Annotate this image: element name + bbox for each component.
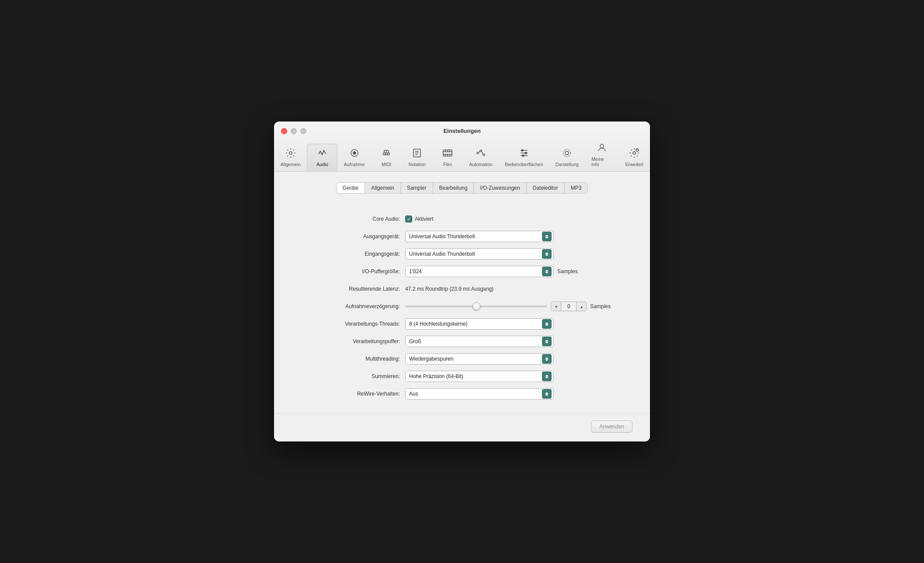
svg-point-32	[525, 152, 527, 154]
puffergroesse-label: I/O-Puffergröße:	[313, 268, 405, 275]
latenz-value: 47.2 ms Roundtrip (23.9 ms Ausgang)	[405, 286, 493, 292]
puffer-row: Verarbeitungspuffer: Groß	[313, 335, 611, 348]
arrow-up-icon	[545, 375, 549, 376]
threads-row: Verarbeitungs-Threads: 8 (4 Hochleistung…	[313, 318, 611, 330]
tab-erweitert[interactable]: Erweitert	[619, 144, 650, 171]
ausgangsgeraet-select[interactable]: Universal Audio Thunderbolt	[405, 231, 554, 242]
tab-midi[interactable]: MIDI	[371, 144, 402, 171]
puffer-select[interactable]: Groß	[405, 336, 554, 347]
aufnahmeverspaetung-control: ▾ 0 ▴ Samples	[405, 302, 611, 311]
core-audio-label: Core Audio:	[313, 216, 405, 222]
tab-audio[interactable]: Audio	[307, 144, 337, 171]
multithreading-label: Multithreading:	[313, 356, 405, 362]
subtab-iozuweisungen[interactable]: I/O-Zuweisungen	[474, 183, 526, 193]
svg-point-35	[563, 149, 570, 156]
core-audio-checkbox-container: ✓ Aktiviert	[405, 215, 434, 222]
threads-control: 8 (4 Hochleistungskerne)	[405, 318, 611, 330]
arrow-down-icon	[545, 359, 549, 361]
multithreading-arrow	[542, 354, 552, 364]
subtab-bearbeitung[interactable]: Bearbeitung	[433, 183, 474, 193]
eingangsgeraet-value: Universal Audio Thunderbolt	[409, 251, 475, 257]
ausgangsgeraet-value: Universal Audio Thunderbolt	[409, 233, 475, 240]
eingangsgeraet-label: Eingangsgerät:	[313, 251, 405, 257]
darstellung-label: Darstellung	[556, 162, 579, 167]
tab-darstellung[interactable]: Darstellung	[549, 144, 585, 171]
multithreading-control: Wiedergabespuren	[405, 353, 611, 365]
darstellung-icon	[562, 148, 572, 160]
arrow-down-icon	[545, 342, 549, 344]
puffergroesse-value: 1'024	[409, 268, 422, 275]
puffergroesse-select[interactable]: 1'024	[405, 266, 554, 277]
arrow-up-icon	[545, 252, 549, 254]
allgemein-label: Allgemein	[281, 162, 301, 167]
aufnahmeverspaetung-unit: Samples	[590, 303, 611, 309]
eingangsgeraet-select[interactable]: Universal Audio Thunderbolt	[405, 248, 554, 260]
arrow-up-icon	[545, 270, 549, 271]
rewire-arrow	[542, 389, 552, 399]
arrow-down-icon	[545, 272, 549, 274]
aufnahme-icon	[349, 148, 360, 160]
minimize-button[interactable]	[291, 128, 297, 134]
tab-automation[interactable]: Automation	[463, 144, 499, 171]
traffic-lights	[281, 128, 306, 134]
tab-notation[interactable]: Notation	[402, 144, 432, 171]
tab-film[interactable]: Film	[432, 144, 463, 171]
tab-meineinfo[interactable]: Meine Info	[585, 139, 619, 171]
summieren-select[interactable]: Hohe Präzision (64-Bit)	[405, 371, 554, 382]
svg-point-36	[600, 144, 604, 148]
checkmark-icon: ✓	[407, 217, 411, 222]
summieren-control: Hohe Präzision (64-Bit)	[405, 371, 611, 382]
ausgangsgeraet-control: Universal Audio Thunderbolt	[405, 231, 611, 242]
notation-icon	[412, 148, 422, 160]
subtab-sampler[interactable]: Sampler	[401, 183, 433, 193]
arrow-inner	[545, 235, 549, 239]
summieren-value: Hohe Präzision (64-Bit)	[409, 373, 463, 379]
svg-point-33	[522, 155, 524, 156]
tab-aufnahme[interactable]: Aufnahme	[337, 144, 371, 171]
bedienoberflaechen-label: Bedienoberflächen	[505, 162, 543, 167]
puffergroesse-unit: Samples	[557, 268, 578, 275]
stepper-down-button[interactable]: ▾	[551, 302, 561, 311]
rewire-label: ReWire-Verhalten:	[313, 391, 405, 397]
threads-select[interactable]: 8 (4 Hochleistungskerne)	[405, 318, 554, 330]
arrow-inner	[545, 357, 549, 361]
svg-point-34	[565, 151, 569, 155]
subtab-mp3[interactable]: MP3	[565, 183, 588, 193]
puffer-label: Verarbeitungspuffer:	[313, 338, 405, 344]
window-title: Einstellungen	[281, 128, 643, 134]
notation-label: Notation	[409, 162, 426, 167]
automation-icon	[476, 148, 486, 160]
maximize-button[interactable]	[300, 128, 306, 134]
threads-arrow	[542, 319, 552, 329]
aufnahme-label: Aufnahme	[344, 162, 365, 167]
arrow-inner	[545, 252, 549, 256]
erweitert-icon	[629, 148, 639, 160]
arrow-down-icon	[545, 394, 549, 396]
film-label: Film	[443, 162, 452, 167]
audio-icon	[317, 148, 327, 160]
subtab-dateieditor[interactable]: Dateieditor	[527, 183, 565, 193]
core-audio-checkbox[interactable]: ✓	[405, 215, 412, 222]
aufnahmeverspaetung-slider[interactable]	[405, 306, 547, 307]
tab-bedienoberflaechen[interactable]: Bedienoberflächen	[499, 144, 549, 171]
close-button[interactable]	[281, 128, 287, 134]
toolbar: Allgemein Audio Aufnahm	[274, 139, 650, 171]
aufnahmeverspaetung-stepper[interactable]: ▾ 0 ▴	[551, 302, 587, 311]
arrow-down-icon	[545, 254, 549, 256]
tab-allgemein[interactable]: Allgemein	[274, 144, 307, 171]
svg-point-24	[480, 150, 482, 152]
subtab-geraete[interactable]: Geräte	[337, 183, 365, 193]
threads-label: Verarbeitungs-Threads:	[313, 321, 405, 327]
arrow-up-icon	[545, 392, 549, 394]
multithreading-select[interactable]: Wiedergabespuren	[405, 353, 554, 365]
ausgangsgeraet-row: Ausgangsgerät: Universal Audio Thunderbo…	[313, 230, 611, 243]
titlebar: Einstellungen Allgemein	[274, 122, 650, 172]
rewire-select[interactable]: Aus	[405, 388, 554, 400]
subtabs: Geräte Allgemein Sampler Bearbeitung I/O…	[336, 182, 588, 194]
stepper-up-button[interactable]: ▴	[577, 302, 586, 311]
puffer-control: Groß	[405, 336, 611, 347]
core-audio-row: Core Audio: ✓ Aktiviert	[313, 213, 611, 225]
apply-button[interactable]: Anwenden	[591, 421, 632, 433]
rewire-value: Aus	[409, 391, 418, 397]
subtab-allgemein[interactable]: Allgemein	[365, 183, 401, 193]
